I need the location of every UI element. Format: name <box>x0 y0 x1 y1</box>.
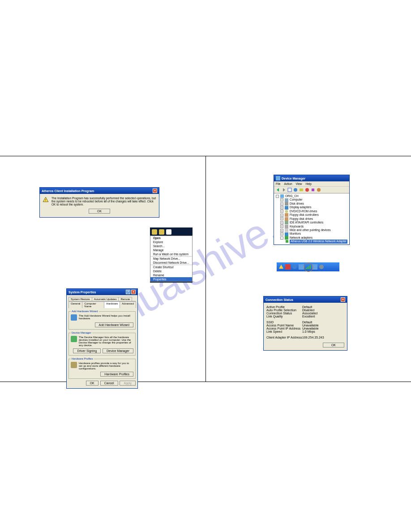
system-tray <box>277 262 339 271</box>
tab-hardware[interactable]: Hardware <box>104 301 120 308</box>
expand-icon[interactable]: + <box>280 214 283 217</box>
expand-icon[interactable]: + <box>280 210 283 213</box>
help-icon[interactable]: ? <box>126 290 130 294</box>
collapse-icon[interactable]: - <box>276 195 279 198</box>
tree-node[interactable]: +Floppy disk drives <box>276 217 347 221</box>
ctx-explore[interactable]: Explore <box>150 240 192 244</box>
ctx-rename[interactable]: Rename <box>150 273 192 277</box>
ctx-map-drive[interactable]: Map Network Drive... <box>150 256 192 261</box>
ide-icon <box>285 221 288 224</box>
ok-button[interactable]: OK <box>323 343 344 348</box>
install-dialog-message: The Installation Program has successfull… <box>51 197 156 206</box>
back-icon[interactable] <box>276 188 280 192</box>
svg-point-6 <box>294 188 297 192</box>
device-manager-window: Device Manager File Action View Help - O… <box>274 175 350 245</box>
svg-point-15 <box>285 210 288 213</box>
tree-node[interactable]: +DVD/CD-ROM drives <box>276 210 347 213</box>
tree-node[interactable]: +Disk drives <box>276 202 347 206</box>
tree-node[interactable]: +Floppy disk controllers <box>276 213 347 217</box>
svg-rect-17 <box>285 217 288 221</box>
svg-rect-20 <box>285 228 288 232</box>
close-icon[interactable]: × <box>131 290 136 294</box>
menu-file[interactable]: File <box>276 182 280 185</box>
shield-tray-icon[interactable] <box>285 264 291 270</box>
tree-node[interactable]: +Keyboards <box>276 225 347 228</box>
help-icon[interactable] <box>293 188 298 192</box>
tab-auto-updates[interactable]: Automatic Updates <box>92 297 119 301</box>
disable-icon[interactable] <box>317 188 321 192</box>
tab-computer-name[interactable]: Computer Name <box>82 301 104 308</box>
tree-node[interactable]: +Display adapters <box>276 206 347 209</box>
tab-general[interactable]: General <box>68 301 82 308</box>
ctx-manage[interactable]: Manage <box>150 248 192 252</box>
status-row: Auto Profile SelectionDisabled <box>266 309 344 312</box>
devmgr-menubar: File Action View Help <box>274 181 349 186</box>
collapse-icon[interactable]: - <box>280 236 283 240</box>
uninstall-icon[interactable] <box>311 188 315 192</box>
tree-node[interactable]: -Network adapters <box>276 236 347 240</box>
expand-icon[interactable]: + <box>280 198 283 202</box>
scan-icon[interactable] <box>299 188 304 192</box>
expand-icon[interactable]: + <box>280 225 283 228</box>
forward-icon[interactable] <box>282 188 286 192</box>
svg-rect-29 <box>307 267 308 269</box>
menu-help[interactable]: Help <box>306 182 312 185</box>
ok-button[interactable]: OK <box>86 381 98 386</box>
network-tray-icon[interactable] <box>299 264 304 270</box>
tab-advanced[interactable]: Advanced <box>120 301 136 308</box>
ctx-shortcut[interactable]: Create Shortcut <box>150 265 192 269</box>
ctx-disconnect-drive[interactable]: Disconnect Network Drive... <box>150 261 192 265</box>
signal-tray-icon[interactable] <box>305 264 311 270</box>
app-tray-icon[interactable] <box>292 264 297 270</box>
svg-rect-27 <box>299 264 304 270</box>
tree-root[interactable]: - ORIG_CH <box>276 194 347 198</box>
tab-system-restore[interactable]: System Restore <box>68 297 92 301</box>
divider-vertical <box>206 156 206 382</box>
expand-icon[interactable]: + <box>280 206 283 209</box>
svg-marker-24 <box>279 265 283 269</box>
svg-point-10 <box>317 188 321 192</box>
hardware-profiles-button[interactable]: Hardware Profiles <box>100 372 133 377</box>
expand-icon[interactable]: + <box>280 232 283 236</box>
tree-node[interactable]: +IDE ATA/ATAPI controllers <box>276 221 347 224</box>
menu-action[interactable]: Action <box>284 182 292 185</box>
expand-icon[interactable]: + <box>280 229 283 232</box>
status-row: Access Point NameUnavailable <box>266 324 344 327</box>
tree-label: Mice and other pointing devices <box>290 228 330 232</box>
warning-tray-icon[interactable] <box>278 264 284 270</box>
close-icon[interactable]: × <box>341 297 345 302</box>
tab-remote[interactable]: Remote <box>118 297 132 301</box>
devmgr-toolbar <box>274 186 349 193</box>
adapter-icon <box>286 240 288 243</box>
install-dialog-title: Atheros Client Installation Program <box>42 189 94 193</box>
driver-signing-button[interactable]: Driver Signing <box>73 348 101 353</box>
ctx-delete[interactable]: Delete <box>150 269 192 273</box>
expand-icon[interactable]: + <box>280 202 283 206</box>
ctx-properties[interactable]: Properties <box>150 277 192 281</box>
device-manager-button[interactable]: Device Manager <box>103 348 133 353</box>
svg-rect-19 <box>285 225 288 228</box>
add-hardware-button[interactable]: Add Hardware Wizard <box>95 322 133 327</box>
svg-rect-9 <box>312 189 314 191</box>
floppy-icon <box>285 213 288 217</box>
expand-icon[interactable]: + <box>280 221 283 224</box>
signal-tray-icon-circled <box>305 264 311 270</box>
ctx-wash[interactable]: Run a Wash on this system <box>150 252 192 256</box>
tree-node-selected[interactable]: Atheros USB 2.0 Wireless Network Adapter <box>276 240 347 243</box>
update-icon[interactable] <box>305 188 309 192</box>
properties-icon[interactable] <box>287 188 292 192</box>
display-icon <box>285 206 288 210</box>
cancel-button[interactable]: Cancel <box>100 381 118 386</box>
expand-icon[interactable]: + <box>280 217 283 220</box>
menu-view[interactable]: View <box>296 182 302 185</box>
close-icon[interactable]: × <box>153 189 157 193</box>
ctx-search[interactable]: Search... <box>150 244 192 248</box>
tree-node[interactable]: +Monitors <box>276 232 347 236</box>
user-tray-icon[interactable] <box>319 264 324 270</box>
ok-button[interactable]: OK <box>89 209 110 214</box>
tree-node[interactable]: +Computer <box>276 198 347 202</box>
apply-button[interactable]: Apply <box>120 381 136 386</box>
ctx-open[interactable]: Open <box>150 236 192 240</box>
tree-label: Keyboards <box>290 225 304 228</box>
tree-node[interactable]: +Mice and other pointing devices <box>276 228 347 232</box>
